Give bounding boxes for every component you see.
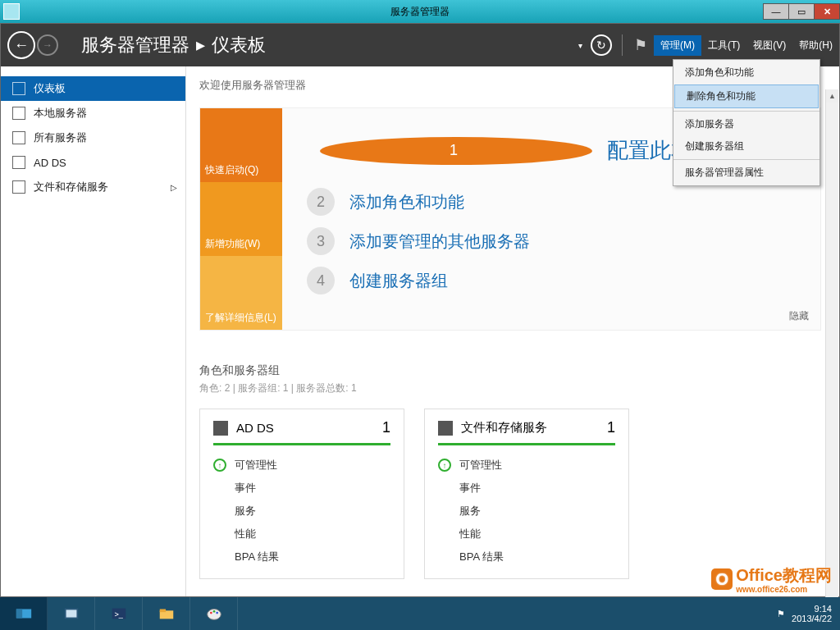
- tile-title: 文件和存储服务: [461, 420, 607, 436]
- tile-count: 1: [607, 419, 615, 436]
- taskbar-powershell[interactable]: >_: [95, 597, 143, 630]
- tab-quick-start[interactable]: 快速启动(Q): [200, 108, 282, 182]
- server-icon: [12, 107, 25, 120]
- system-tray[interactable]: ⚑ 9:14 2013/4/22: [777, 604, 840, 623]
- tile-performance[interactable]: 性能: [213, 523, 390, 546]
- nav-forward-button: →: [37, 34, 58, 56]
- server-manager-icon: [60, 605, 83, 623]
- svg-rect-3: [66, 609, 76, 617]
- tile-manageability[interactable]: ↑可管理性: [438, 454, 615, 477]
- step-number-icon: 4: [307, 267, 335, 294]
- roles-subtitle: 角色: 2 | 服务器组: 1 | 服务器总数: 1: [199, 381, 821, 395]
- tile-adds[interactable]: AD DS 1 ↑可管理性 事件 服务 性能 BPA 结果: [199, 409, 404, 579]
- menu-tools[interactable]: 工具(T): [701, 35, 746, 56]
- status-up-icon: ↑: [438, 459, 451, 472]
- hide-link[interactable]: 隐藏: [789, 309, 809, 323]
- powershell-icon: >_: [107, 605, 130, 623]
- step-create-group[interactable]: 4 创建服务器组: [307, 267, 796, 294]
- tray-date: 2013/4/22: [792, 614, 832, 623]
- sidebar-item-local-server[interactable]: 本地服务器: [1, 101, 185, 126]
- roles-section: 角色和服务器组 角色: 2 | 服务器组: 1 | 服务器总数: 1 AD DS…: [199, 363, 821, 579]
- storage-icon: [12, 180, 25, 194]
- watermark-logo-icon: O: [711, 568, 733, 590]
- step-label: 添加角色和功能: [349, 191, 464, 213]
- start-button[interactable]: [0, 597, 48, 630]
- os-titlebar: 服务器管理器 — ▭ ✕: [0, 0, 840, 23]
- dashboard-icon: [12, 82, 25, 95]
- sidebar-item-all-servers[interactable]: 所有服务器: [1, 126, 185, 150]
- taskbar: >_ ⚑ 9:14 2013/4/22: [0, 597, 840, 630]
- taskbar-explorer[interactable]: [143, 597, 190, 630]
- chevron-right-icon: ▷: [171, 183, 177, 192]
- menu-properties[interactable]: 服务器管理器属性: [673, 162, 819, 184]
- chevron-right-icon: ▸: [196, 34, 205, 56]
- breadcrumb[interactable]: 服务器管理器 ▸ 仪表板: [81, 33, 266, 57]
- role-icon: [213, 421, 228, 436]
- sidebar-item-dashboard[interactable]: 仪表板: [1, 76, 185, 101]
- step-add-roles[interactable]: 2 添加角色和功能: [307, 188, 796, 216]
- menu-remove-roles[interactable]: 删除角色和功能: [674, 84, 819, 108]
- sidebar-item-label: 仪表板: [34, 81, 66, 96]
- divider: [622, 34, 623, 56]
- paint-icon: [203, 605, 226, 623]
- tile-file-storage[interactable]: 文件和存储服务 1 ↑可管理性 事件 服务 性能 BPA 结果: [424, 409, 629, 579]
- refresh-button[interactable]: ↻: [591, 34, 612, 56]
- manage-menu-dropdown: 添加角色和功能 删除角色和功能 添加服务器 创建服务器组 服务器管理器属性: [673, 59, 820, 186]
- sidebar-item-label: 所有服务器: [34, 130, 87, 145]
- tile-bpa[interactable]: BPA 结果: [213, 546, 390, 568]
- tray-time: 9:14: [792, 604, 832, 614]
- sidebar-item-file-storage[interactable]: 文件和存储服务 ▷: [1, 175, 185, 199]
- tab-learn-more[interactable]: 了解详细信息(L): [200, 256, 282, 330]
- sidebar-item-adds[interactable]: AD DS: [1, 150, 185, 175]
- tile-performance[interactable]: 性能: [438, 523, 615, 546]
- taskbar-server-manager[interactable]: [48, 597, 95, 630]
- sidebar-item-label: 文件和存储服务: [34, 180, 108, 194]
- breadcrumb-app: 服务器管理器: [81, 33, 189, 57]
- tile-count: 1: [382, 419, 390, 436]
- watermark: O Office教程网 www.office26.com: [711, 564, 832, 594]
- start-icon: [12, 605, 35, 623]
- svg-text:>_: >_: [114, 610, 123, 619]
- roles-title: 角色和服务器组: [199, 363, 821, 378]
- svg-point-11: [216, 612, 218, 614]
- nav-back-button[interactable]: ←: [7, 31, 35, 59]
- tile-services[interactable]: 服务: [213, 500, 390, 523]
- svg-rect-1: [16, 609, 21, 619]
- folder-icon: [155, 605, 178, 623]
- tray-flag-icon[interactable]: ⚑: [777, 609, 785, 619]
- tile-events[interactable]: 事件: [213, 477, 390, 500]
- adds-icon: [12, 156, 25, 169]
- svg-point-10: [212, 610, 215, 613]
- menu-add-roles[interactable]: 添加角色和功能: [673, 62, 819, 84]
- tile-services[interactable]: 服务: [438, 500, 615, 523]
- menu-view[interactable]: 视图(V): [746, 35, 792, 56]
- sidebar-item-label: 本地服务器: [34, 106, 87, 121]
- tile-events[interactable]: 事件: [438, 477, 615, 500]
- breadcrumb-page: 仪表板: [212, 33, 266, 57]
- scroll-up-icon[interactable]: ▲: [826, 89, 838, 103]
- step-number-icon: 2: [307, 188, 335, 216]
- step-number-icon: 3: [307, 227, 335, 255]
- menu-help[interactable]: 帮助(H): [792, 35, 839, 56]
- scrollbar[interactable]: ▲ ▼: [825, 89, 838, 619]
- notifications-flag-icon[interactable]: ⚑: [634, 36, 647, 54]
- svg-point-9: [209, 612, 212, 614]
- tile-manageability[interactable]: ↑可管理性: [213, 454, 390, 477]
- window-title: 服务器管理器: [0, 5, 840, 19]
- dropdown-caret-icon[interactable]: ▾: [578, 41, 582, 50]
- tab-whats-new[interactable]: 新增功能(W): [200, 182, 282, 256]
- menu-manage[interactable]: 管理(M): [654, 35, 701, 56]
- status-up-icon: ↑: [213, 459, 226, 472]
- step-add-servers[interactable]: 3 添加要管理的其他服务器: [307, 227, 796, 255]
- sidebar: 仪表板 本地服务器 所有服务器 AD DS 文件和存储服务 ▷: [1, 66, 186, 596]
- menu-create-group[interactable]: 创建服务器组: [673, 135, 819, 158]
- quick-start-tabs: 快速启动(Q) 新增功能(W) 了解详细信息(L): [200, 108, 282, 330]
- taskbar-paint[interactable]: [190, 597, 238, 630]
- sidebar-item-label: AD DS: [34, 157, 66, 169]
- step-number-icon: 1: [320, 137, 592, 165]
- menu-add-servers[interactable]: 添加服务器: [673, 113, 819, 135]
- step-label: 创建服务器组: [349, 270, 448, 292]
- role-icon: [438, 421, 453, 436]
- step-label: 添加要管理的其他服务器: [349, 231, 530, 253]
- tile-bpa[interactable]: BPA 结果: [438, 546, 615, 568]
